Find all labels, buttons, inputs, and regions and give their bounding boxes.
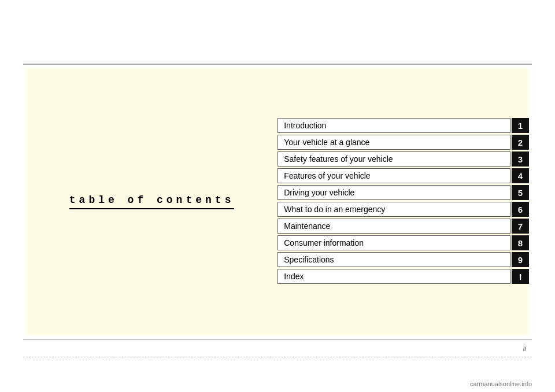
toc-list: Introduction1Your vehicle at a glance2Sa… (278, 108, 529, 296)
toc-item-label: Introduction (278, 118, 510, 133)
left-section: table of contents (26, 183, 278, 221)
yellow-box: table of contents Introduction1Your vehi… (26, 68, 529, 335)
toc-item-number: 3 (512, 151, 529, 167)
toc-item-number: I (512, 269, 529, 284)
toc-item-number: 6 (512, 202, 529, 217)
dashed-rule (23, 357, 532, 357)
toc-row[interactable]: Consumer information8 (278, 235, 529, 250)
toc-item-number: 5 (512, 185, 529, 200)
toc-item-label: Consumer information (278, 235, 510, 250)
toc-item-label: Index (278, 269, 510, 284)
toc-item-label: Safety features of your vehicle (278, 151, 510, 167)
toc-row[interactable]: Safety features of your vehicle3 (278, 151, 529, 167)
toc-row[interactable]: Specifications9 (278, 252, 529, 267)
page-title: table of contents (69, 194, 235, 209)
toc-item-number: 1 (512, 118, 529, 133)
top-rule (23, 64, 532, 65)
watermark-text: carmanualsonline.info (470, 380, 532, 387)
toc-row[interactable]: What to do in an emergency6 (278, 202, 529, 217)
bottom-rule (23, 339, 532, 341)
toc-row[interactable]: Features of your vehicle4 (278, 168, 529, 183)
toc-item-label: What to do in an emergency (278, 202, 510, 217)
toc-item-label: Driving your vehicle (278, 185, 510, 200)
page-container: table of contents Introduction1Your vehi… (0, 0, 555, 392)
toc-row[interactable]: Maintenance7 (278, 219, 529, 234)
toc-item-number: 7 (512, 219, 529, 234)
toc-row[interactable]: IndexI (278, 269, 529, 284)
toc-item-label: Features of your vehicle (278, 168, 510, 183)
toc-row[interactable]: Your vehicle at a glance2 (278, 135, 529, 150)
toc-row[interactable]: Introduction1 (278, 118, 529, 133)
page-number: ii (523, 345, 526, 353)
toc-item-number: 8 (512, 235, 529, 250)
toc-item-number: 9 (512, 252, 529, 267)
toc-item-number: 2 (512, 135, 529, 150)
toc-item-label: Specifications (278, 252, 510, 267)
toc-item-label: Your vehicle at a glance (278, 135, 510, 150)
toc-row[interactable]: Driving your vehicle5 (278, 185, 529, 200)
toc-item-number: 4 (512, 168, 529, 183)
toc-item-label: Maintenance (278, 219, 510, 234)
